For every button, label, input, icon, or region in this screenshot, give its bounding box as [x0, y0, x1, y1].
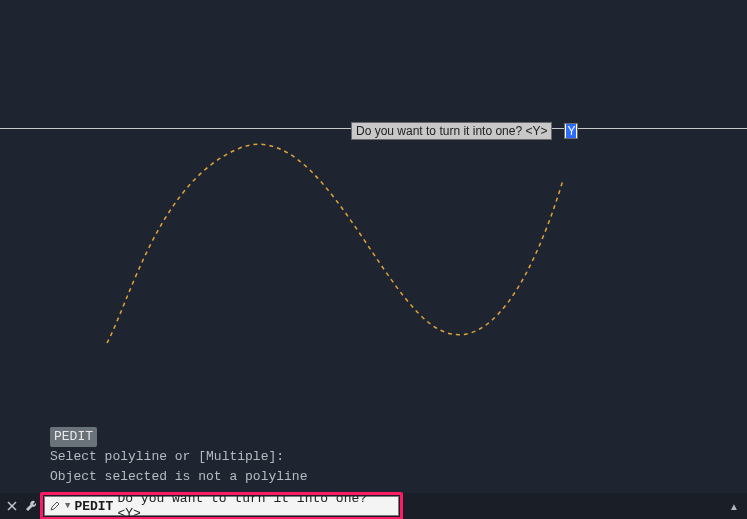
history-line-1: Select polyline or [Multiple]:	[50, 447, 307, 467]
history-line-0: PEDIT	[50, 427, 307, 447]
dynamic-input-prompt: Do you want to turn it into one? <Y>	[351, 122, 552, 140]
command-input-icon	[49, 500, 61, 512]
dynamic-input-value: Y	[566, 124, 576, 138]
command-prompt-text: Do you want to turn it into one? <Y>	[117, 491, 394, 519]
command-line-bar: ▼ PEDIT Do you want to turn it into one?…	[0, 493, 747, 519]
selected-curve	[0, 0, 747, 400]
pencil-icon	[49, 500, 61, 512]
close-icon	[7, 501, 17, 511]
expand-history-button[interactable]: ▲	[725, 501, 743, 512]
command-name: PEDIT	[74, 499, 113, 514]
command-history: PEDIT Select polyline or [Multiple]: Obj…	[50, 427, 307, 487]
command-line-input[interactable]: ▼ PEDIT Do you want to turn it into one?…	[44, 496, 399, 516]
close-commandline-button[interactable]	[4, 498, 20, 514]
chevron-down-icon[interactable]: ▼	[65, 501, 70, 511]
customize-button[interactable]	[24, 498, 40, 514]
wrench-icon	[25, 499, 39, 513]
dynamic-input-field[interactable]: Y	[564, 123, 578, 139]
history-line-2: Object selected is not a polyline	[50, 467, 307, 487]
command-badge: PEDIT	[50, 427, 97, 447]
curve-path	[107, 144, 563, 343]
text-cursor-icon	[554, 123, 562, 139]
chevron-up-icon: ▲	[729, 501, 739, 512]
dynamic-input-tooltip: Do you want to turn it into one? <Y> Y	[351, 122, 578, 140]
